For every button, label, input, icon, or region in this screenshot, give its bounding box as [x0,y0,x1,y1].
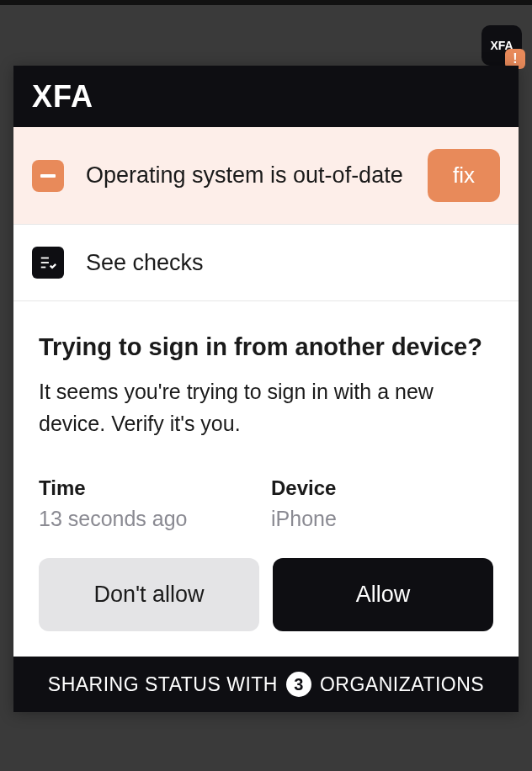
deny-button[interactable]: Don't allow [39,558,259,631]
svg-rect-1 [41,262,49,263]
time-label: Time [39,476,261,500]
popup-header: XFA [13,66,519,127]
footer-prefix: SHARING STATUS WITH [48,673,278,696]
signin-title: Trying to sign in from another device? [39,333,493,361]
fix-button[interactable]: fix [428,149,500,202]
device-column: Device iPhone [271,476,493,531]
os-alert-row: Operating system is out-of-date fix [13,127,519,225]
time-column: Time 13 seconds ago [39,476,261,531]
browser-chrome: XFA ! [0,0,532,66]
minus-icon [32,160,64,192]
extension-popup: XFA Operating system is out-of-date fix … [13,66,519,712]
device-label: Device [271,476,493,500]
logo: XFA [32,79,93,114]
allow-button[interactable]: Allow [273,558,493,631]
see-checks-label: See checks [86,250,204,276]
signin-section: Trying to sign in from another device? I… [13,301,519,657]
action-buttons: Don't allow Allow [39,558,493,631]
signin-subtitle: It seems you're trying to sign in with a… [39,376,493,439]
checklist-icon [32,247,64,279]
device-value: iPhone [271,507,493,531]
extension-badge[interactable]: XFA ! [481,25,522,66]
alert-message: Operating system is out-of-date [86,160,406,190]
signin-details: Time 13 seconds ago Device iPhone [39,476,493,531]
svg-rect-2 [41,267,46,269]
footer-suffix: ORGANIZATIONS [320,673,484,696]
time-value: 13 seconds ago [39,507,261,531]
see-checks-row[interactable]: See checks [13,225,519,301]
svg-rect-0 [41,258,49,259]
alert-glyph: ! [513,51,517,66]
org-count-badge: 3 [286,672,311,697]
sharing-footer[interactable]: SHARING STATUS WITH 3 ORGANIZATIONS [13,657,519,712]
